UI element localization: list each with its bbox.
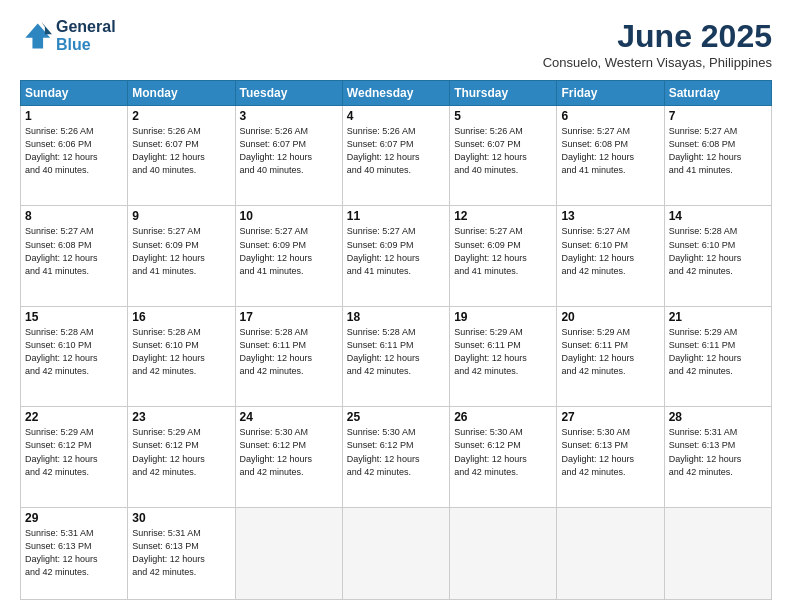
- title-block: June 2025 Consuelo, Western Visayas, Phi…: [543, 18, 772, 70]
- col-sunday: Sunday: [21, 81, 128, 106]
- day-number: 7: [669, 109, 767, 123]
- day-info: Sunrise: 5:29 AM Sunset: 6:11 PM Dayligh…: [669, 326, 767, 378]
- day-number: 27: [561, 410, 659, 424]
- day-number: 14: [669, 209, 767, 223]
- table-row: 5Sunrise: 5:26 AM Sunset: 6:07 PM Daylig…: [450, 106, 557, 206]
- table-row: 14Sunrise: 5:28 AM Sunset: 6:10 PM Dayli…: [664, 206, 771, 306]
- day-info: Sunrise: 5:26 AM Sunset: 6:07 PM Dayligh…: [347, 125, 445, 177]
- day-number: 24: [240, 410, 338, 424]
- table-row: 29Sunrise: 5:31 AM Sunset: 6:13 PM Dayli…: [21, 507, 128, 599]
- calendar-header-row: Sunday Monday Tuesday Wednesday Thursday…: [21, 81, 772, 106]
- table-row: 23Sunrise: 5:29 AM Sunset: 6:12 PM Dayli…: [128, 407, 235, 507]
- day-number: 28: [669, 410, 767, 424]
- day-info: Sunrise: 5:31 AM Sunset: 6:13 PM Dayligh…: [132, 527, 230, 579]
- table-row: 22Sunrise: 5:29 AM Sunset: 6:12 PM Dayli…: [21, 407, 128, 507]
- col-saturday: Saturday: [664, 81, 771, 106]
- svg-marker-0: [25, 23, 50, 48]
- day-info: Sunrise: 5:30 AM Sunset: 6:12 PM Dayligh…: [347, 426, 445, 478]
- day-info: Sunrise: 5:28 AM Sunset: 6:10 PM Dayligh…: [25, 326, 123, 378]
- day-number: 16: [132, 310, 230, 324]
- calendar-week-row: 29Sunrise: 5:31 AM Sunset: 6:13 PM Dayli…: [21, 507, 772, 599]
- day-info: Sunrise: 5:27 AM Sunset: 6:08 PM Dayligh…: [669, 125, 767, 177]
- logo-icon: [20, 20, 52, 52]
- day-info: Sunrise: 5:30 AM Sunset: 6:13 PM Dayligh…: [561, 426, 659, 478]
- header: General Blue June 2025 Consuelo, Western…: [20, 18, 772, 70]
- day-info: Sunrise: 5:29 AM Sunset: 6:12 PM Dayligh…: [25, 426, 123, 478]
- calendar-week-row: 15Sunrise: 5:28 AM Sunset: 6:10 PM Dayli…: [21, 306, 772, 406]
- day-number: 29: [25, 511, 123, 525]
- day-number: 15: [25, 310, 123, 324]
- day-number: 1: [25, 109, 123, 123]
- day-info: Sunrise: 5:26 AM Sunset: 6:07 PM Dayligh…: [454, 125, 552, 177]
- day-info: Sunrise: 5:29 AM Sunset: 6:11 PM Dayligh…: [561, 326, 659, 378]
- table-row: [342, 507, 449, 599]
- day-number: 22: [25, 410, 123, 424]
- calendar-week-row: 8Sunrise: 5:27 AM Sunset: 6:08 PM Daylig…: [21, 206, 772, 306]
- day-info: Sunrise: 5:26 AM Sunset: 6:07 PM Dayligh…: [240, 125, 338, 177]
- day-info: Sunrise: 5:31 AM Sunset: 6:13 PM Dayligh…: [25, 527, 123, 579]
- table-row: 18Sunrise: 5:28 AM Sunset: 6:11 PM Dayli…: [342, 306, 449, 406]
- col-friday: Friday: [557, 81, 664, 106]
- day-number: 30: [132, 511, 230, 525]
- day-number: 19: [454, 310, 552, 324]
- table-row: 24Sunrise: 5:30 AM Sunset: 6:12 PM Dayli…: [235, 407, 342, 507]
- col-wednesday: Wednesday: [342, 81, 449, 106]
- table-row: 9Sunrise: 5:27 AM Sunset: 6:09 PM Daylig…: [128, 206, 235, 306]
- day-info: Sunrise: 5:27 AM Sunset: 6:09 PM Dayligh…: [454, 225, 552, 277]
- logo-text: General Blue: [56, 18, 116, 53]
- table-row: 4Sunrise: 5:26 AM Sunset: 6:07 PM Daylig…: [342, 106, 449, 206]
- day-info: Sunrise: 5:27 AM Sunset: 6:08 PM Dayligh…: [561, 125, 659, 177]
- day-number: 13: [561, 209, 659, 223]
- day-info: Sunrise: 5:31 AM Sunset: 6:13 PM Dayligh…: [669, 426, 767, 478]
- table-row: 27Sunrise: 5:30 AM Sunset: 6:13 PM Dayli…: [557, 407, 664, 507]
- table-row: 13Sunrise: 5:27 AM Sunset: 6:10 PM Dayli…: [557, 206, 664, 306]
- table-row: 30Sunrise: 5:31 AM Sunset: 6:13 PM Dayli…: [128, 507, 235, 599]
- table-row: 7Sunrise: 5:27 AM Sunset: 6:08 PM Daylig…: [664, 106, 771, 206]
- day-info: Sunrise: 5:27 AM Sunset: 6:09 PM Dayligh…: [240, 225, 338, 277]
- day-number: 10: [240, 209, 338, 223]
- table-row: 2Sunrise: 5:26 AM Sunset: 6:07 PM Daylig…: [128, 106, 235, 206]
- table-row: 10Sunrise: 5:27 AM Sunset: 6:09 PM Dayli…: [235, 206, 342, 306]
- month-title: June 2025: [543, 18, 772, 55]
- day-info: Sunrise: 5:30 AM Sunset: 6:12 PM Dayligh…: [454, 426, 552, 478]
- day-info: Sunrise: 5:26 AM Sunset: 6:07 PM Dayligh…: [132, 125, 230, 177]
- day-info: Sunrise: 5:27 AM Sunset: 6:09 PM Dayligh…: [132, 225, 230, 277]
- day-number: 9: [132, 209, 230, 223]
- table-row: [557, 507, 664, 599]
- table-row: 8Sunrise: 5:27 AM Sunset: 6:08 PM Daylig…: [21, 206, 128, 306]
- table-row: [664, 507, 771, 599]
- day-number: 5: [454, 109, 552, 123]
- page: General Blue June 2025 Consuelo, Western…: [0, 0, 792, 612]
- table-row: 11Sunrise: 5:27 AM Sunset: 6:09 PM Dayli…: [342, 206, 449, 306]
- day-info: Sunrise: 5:27 AM Sunset: 6:09 PM Dayligh…: [347, 225, 445, 277]
- table-row: 28Sunrise: 5:31 AM Sunset: 6:13 PM Dayli…: [664, 407, 771, 507]
- col-thursday: Thursday: [450, 81, 557, 106]
- day-number: 8: [25, 209, 123, 223]
- day-number: 18: [347, 310, 445, 324]
- day-number: 23: [132, 410, 230, 424]
- day-number: 20: [561, 310, 659, 324]
- table-row: [235, 507, 342, 599]
- calendar-week-row: 1Sunrise: 5:26 AM Sunset: 6:06 PM Daylig…: [21, 106, 772, 206]
- day-number: 6: [561, 109, 659, 123]
- day-info: Sunrise: 5:27 AM Sunset: 6:10 PM Dayligh…: [561, 225, 659, 277]
- day-info: Sunrise: 5:26 AM Sunset: 6:06 PM Dayligh…: [25, 125, 123, 177]
- table-row: 21Sunrise: 5:29 AM Sunset: 6:11 PM Dayli…: [664, 306, 771, 406]
- day-info: Sunrise: 5:28 AM Sunset: 6:11 PM Dayligh…: [240, 326, 338, 378]
- table-row: 15Sunrise: 5:28 AM Sunset: 6:10 PM Dayli…: [21, 306, 128, 406]
- logo: General Blue: [20, 18, 116, 53]
- location: Consuelo, Western Visayas, Philippines: [543, 55, 772, 70]
- col-monday: Monday: [128, 81, 235, 106]
- day-number: 17: [240, 310, 338, 324]
- calendar-week-row: 22Sunrise: 5:29 AM Sunset: 6:12 PM Dayli…: [21, 407, 772, 507]
- day-number: 26: [454, 410, 552, 424]
- day-number: 4: [347, 109, 445, 123]
- day-number: 11: [347, 209, 445, 223]
- day-number: 3: [240, 109, 338, 123]
- day-info: Sunrise: 5:28 AM Sunset: 6:10 PM Dayligh…: [669, 225, 767, 277]
- table-row: 12Sunrise: 5:27 AM Sunset: 6:09 PM Dayli…: [450, 206, 557, 306]
- table-row: [450, 507, 557, 599]
- day-number: 12: [454, 209, 552, 223]
- day-info: Sunrise: 5:28 AM Sunset: 6:11 PM Dayligh…: [347, 326, 445, 378]
- day-info: Sunrise: 5:30 AM Sunset: 6:12 PM Dayligh…: [240, 426, 338, 478]
